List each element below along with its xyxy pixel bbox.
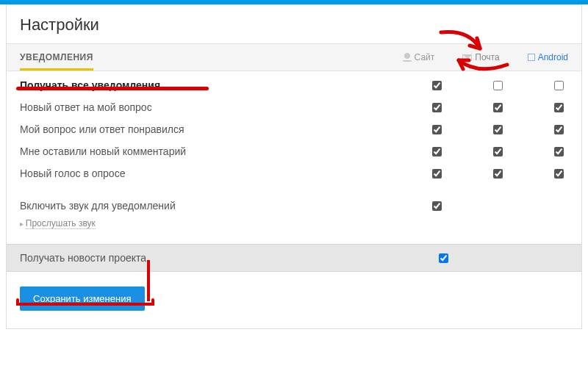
row-checkbox-android[interactable] <box>554 103 564 112</box>
android-icon <box>528 54 535 61</box>
notification-row: Мой вопрос или ответ понравился <box>20 118 568 140</box>
play-sound-link[interactable]: Прослушать звук <box>26 218 96 229</box>
row-label: Новый ответ на мой вопрос <box>20 101 432 113</box>
row-checkbox-android[interactable] <box>554 81 564 90</box>
row-checkbox-android[interactable] <box>554 125 564 134</box>
row-checkbox-android[interactable] <box>554 147 564 156</box>
col-android: Android <box>528 52 568 62</box>
page-title: Настройки <box>7 5 581 43</box>
row-checkbox-android[interactable] <box>554 169 564 179</box>
mail-icon <box>462 54 472 61</box>
row-label: Получать все уведомления <box>20 79 432 91</box>
news-checkbox[interactable] <box>439 253 448 263</box>
sound-row: Включить звук для уведомлений <box>20 195 568 217</box>
settings-panel: Настройки УВЕДОМЛЕНИЯ Сайт Почта Android… <box>6 4 582 329</box>
row-checkbox-mail[interactable] <box>493 147 503 156</box>
notification-row: Мне оставили новый комментарий <box>20 140 568 162</box>
row-checkbox-site[interactable] <box>432 103 442 112</box>
column-headers: Сайт Почта Android <box>403 52 568 62</box>
row-checkbox-mail[interactable] <box>493 125 503 134</box>
row-label: Новый голос в опросе <box>20 167 432 179</box>
row-label: Мой вопрос или ответ понравился <box>20 123 432 135</box>
news-row: Получать новости проекта <box>7 244 581 272</box>
row-checkbox-site[interactable] <box>432 147 442 156</box>
notification-row: Новый голос в опросе <box>20 162 568 184</box>
col-mail-label: Почта <box>475 52 499 62</box>
button-row: Сохранить изменения <box>7 272 581 328</box>
notification-rows: Получать все уведомленияНовый ответ на м… <box>7 71 581 244</box>
col-android-label: Android <box>538 52 568 62</box>
row-checkbox-site[interactable] <box>432 169 442 179</box>
col-site: Сайт <box>403 52 435 62</box>
tabs-row: УВЕДОМЛЕНИЯ Сайт Почта Android <box>7 43 581 71</box>
notification-row: Получать все уведомления <box>20 74 568 96</box>
row-checkbox-mail[interactable] <box>493 103 503 112</box>
news-label: Получать новости проекта <box>20 252 439 264</box>
col-site-label: Сайт <box>415 52 435 62</box>
row-label: Мне оставили новый комментарий <box>20 145 432 157</box>
row-checkbox-mail[interactable] <box>493 81 503 90</box>
notification-row: Новый ответ на мой вопрос <box>20 96 568 118</box>
row-checkbox-site[interactable] <box>432 81 442 90</box>
row-checkbox-mail[interactable] <box>493 169 503 179</box>
bell-icon <box>403 53 412 62</box>
sound-label: Включить звук для уведомлений <box>20 200 432 212</box>
col-mail: Почта <box>462 52 499 62</box>
play-sound-row: Прослушать звук <box>20 217 568 237</box>
save-button[interactable]: Сохранить изменения <box>20 286 145 311</box>
tab-notifications[interactable]: УВЕДОМЛЕНИЯ <box>20 45 93 71</box>
sound-checkbox[interactable] <box>432 201 442 211</box>
row-checkbox-site[interactable] <box>432 125 442 134</box>
